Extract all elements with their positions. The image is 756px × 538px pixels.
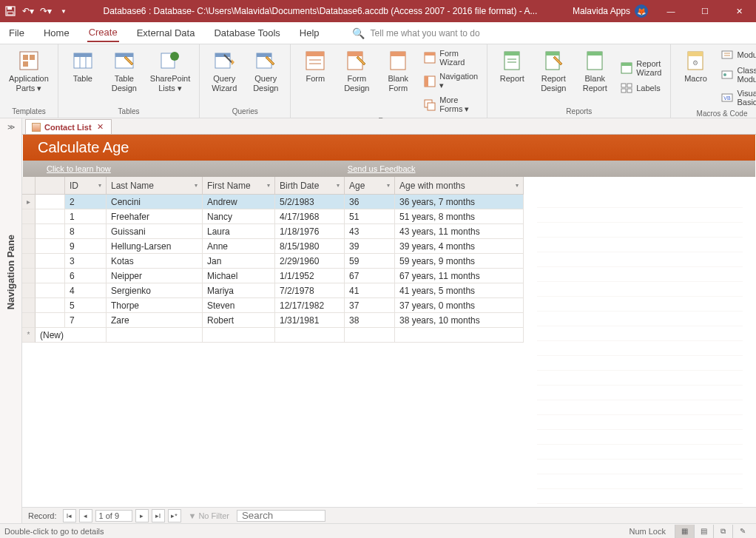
cell-birth-date[interactable]: 1/1/1952	[275, 269, 345, 283]
cell-age-months[interactable]: 43 years, 11 months	[395, 224, 524, 239]
cell-age-months[interactable]: 37 years, 0 months	[395, 298, 524, 313]
report-button[interactable]: Report	[493, 47, 530, 106]
cell-id[interactable]: 5	[65, 298, 107, 313]
visual-basic-button[interactable]: VBVisual Basic	[718, 87, 756, 108]
cell-id[interactable]: 9	[65, 239, 107, 254]
cell-age[interactable]: 59	[345, 254, 395, 269]
row-selector[interactable]	[22, 283, 36, 298]
select-all-cell[interactable]	[22, 177, 36, 195]
expand-cell[interactable]	[36, 224, 65, 239]
minimize-button[interactable]: ―	[654, 0, 688, 22]
cell-last-name[interactable]: Thorpe	[107, 298, 203, 313]
labels-button[interactable]: Labels	[618, 81, 664, 95]
report-design-button[interactable]: Report Design	[535, 47, 572, 106]
cell-first-name[interactable]: Anne	[203, 239, 275, 254]
blank-form-button[interactable]: Blank Form	[379, 47, 416, 115]
qat-customize-icon[interactable]: ▼	[58, 5, 70, 17]
cell-id[interactable]: 7	[65, 313, 107, 328]
form-view-button[interactable]: ▦	[675, 525, 694, 538]
sharepoint-lists-button[interactable]: SharePoint Lists ▾	[147, 47, 193, 106]
cell-age[interactable]: 41	[345, 283, 395, 298]
cell-last-name[interactable]: Zare	[107, 313, 203, 328]
undo-icon[interactable]: ↶▾	[22, 5, 34, 17]
tab-home[interactable]: Home	[42, 24, 71, 41]
query-wizard-button[interactable]: Query Wizard	[206, 47, 243, 106]
form-wizard-button[interactable]: Form Wizard	[421, 47, 481, 68]
cell-first-name[interactable]: Robert	[203, 313, 275, 328]
tab-database-tools[interactable]: Database Tools	[212, 24, 281, 41]
col-id[interactable]: ID▾	[65, 177, 107, 195]
cell-age-months[interactable]: 41 years, 5 months	[395, 283, 524, 298]
close-tab-icon[interactable]: ✕	[95, 122, 105, 132]
expand-cell[interactable]	[36, 283, 65, 298]
expand-cell[interactable]	[36, 239, 65, 254]
cell-age-months[interactable]: 38 years, 10 months	[395, 313, 524, 328]
cell-first-name[interactable]: Nancy	[203, 209, 275, 224]
cell-last-name[interactable]: Neipper	[107, 269, 203, 283]
cell-last-name[interactable]: Kotas	[107, 254, 203, 269]
cell-first-name[interactable]: Michael	[203, 269, 275, 283]
tab-external-data[interactable]: External Data	[135, 24, 197, 41]
table-design-button[interactable]: Table Design	[106, 47, 143, 106]
record-position[interactable]: 1 of 9	[95, 510, 132, 522]
new-row-selector[interactable]: *	[22, 328, 36, 343]
blank-report-button[interactable]: Blank Report	[576, 47, 613, 106]
row-selector[interactable]: ▸	[22, 195, 36, 209]
expand-pane-icon[interactable]: ≫	[7, 123, 15, 131]
cell-id[interactable]: 4	[65, 283, 107, 298]
link-learn-how[interactable]: Click to learn how	[47, 164, 111, 173]
cell-id[interactable]: 8	[65, 224, 107, 239]
expand-cell[interactable]	[36, 298, 65, 313]
cell-id[interactable]: 3	[65, 254, 107, 269]
link-feedback[interactable]: Send us Feedback	[348, 164, 416, 173]
first-record-button[interactable]: I◂	[63, 509, 76, 522]
cell-age-months[interactable]: 51 years, 8 months	[395, 209, 524, 224]
cell-age-months[interactable]: 39 years, 4 months	[395, 239, 524, 254]
row-selector[interactable]	[22, 239, 36, 254]
row-selector[interactable]	[22, 313, 36, 328]
tab-help[interactable]: Help	[298, 24, 321, 41]
cell-last-name[interactable]: Sergienko	[107, 283, 203, 298]
cell-id[interactable]: 2	[65, 195, 107, 209]
cell-empty[interactable]	[107, 328, 203, 343]
filter-indicator[interactable]: ▼No Filter	[184, 511, 234, 520]
cell-id[interactable]: 1	[65, 209, 107, 224]
cell-empty[interactable]	[275, 328, 345, 343]
new-record-button[interactable]: ▸*	[168, 509, 181, 522]
cell-age-months[interactable]: 67 years, 11 months	[395, 269, 524, 283]
query-design-button[interactable]: Query Design	[247, 47, 284, 106]
cell-first-name[interactable]: Laura	[203, 224, 275, 239]
close-button[interactable]: ✕	[722, 0, 756, 22]
cell-birth-date[interactable]: 5/2/1983	[275, 195, 345, 209]
cell-birth-date[interactable]: 12/17/1982	[275, 298, 345, 313]
cell-age[interactable]: 36	[345, 195, 395, 209]
macro-button[interactable]: ⚙Macro	[677, 47, 714, 108]
tell-me[interactable]: 🔍 Tell me what you want to do	[352, 27, 480, 39]
more-forms-button[interactable]: More Forms ▾	[421, 94, 481, 115]
cell-age[interactable]: 43	[345, 224, 395, 239]
report-wizard-button[interactable]: Report Wizard	[618, 58, 664, 78]
cell-first-name[interactable]: Mariya	[203, 283, 275, 298]
expand-cell[interactable]	[36, 254, 65, 269]
cell-age[interactable]: 37	[345, 298, 395, 313]
cell-last-name[interactable]: Freehafer	[107, 209, 203, 224]
cell-empty[interactable]	[203, 328, 275, 343]
col-first-name[interactable]: First Name▾	[203, 177, 275, 195]
next-record-button[interactable]: ▸	[135, 509, 149, 522]
cell-age[interactable]: 51	[345, 209, 395, 224]
row-selector[interactable]	[22, 298, 36, 313]
cell-empty[interactable]	[345, 328, 395, 343]
col-age-months[interactable]: Age with months▾	[395, 177, 524, 195]
row-selector[interactable]	[22, 209, 36, 224]
cell-first-name[interactable]: Andrew	[203, 195, 275, 209]
cell-birth-date[interactable]: 4/17/1968	[275, 209, 345, 224]
cell-new[interactable]: (New)	[36, 328, 107, 343]
class-module-button[interactable]: Class Module	[718, 64, 756, 85]
navigation-pane-collapsed[interactable]: ≫ Navigation Pane	[0, 118, 22, 523]
save-icon[interactable]	[4, 5, 16, 17]
expand-cell[interactable]	[36, 313, 65, 328]
form-button[interactable]: Form	[297, 47, 334, 115]
module-button[interactable]: Module	[718, 47, 756, 62]
expand-cell[interactable]	[36, 269, 65, 283]
row-selector[interactable]	[22, 224, 36, 239]
